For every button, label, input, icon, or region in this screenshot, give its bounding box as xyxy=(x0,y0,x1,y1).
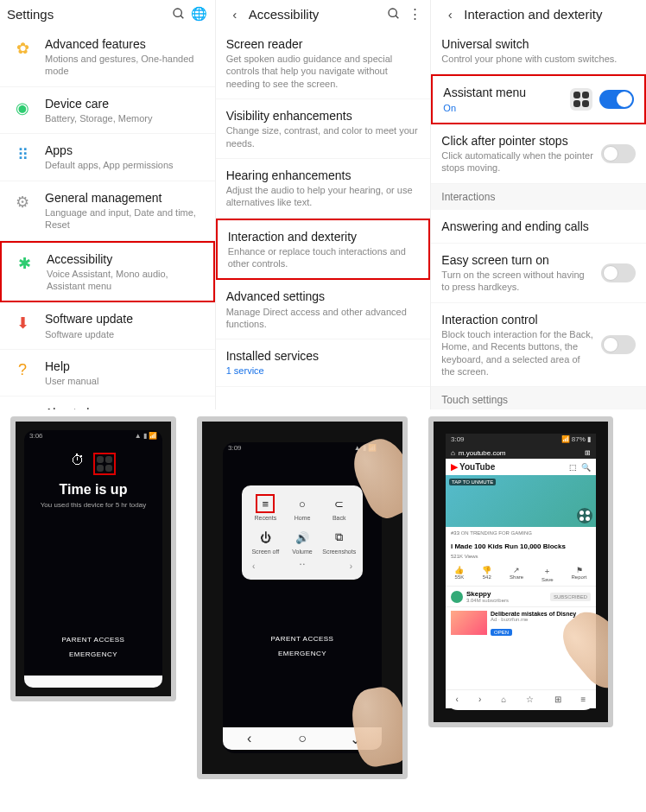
youtube-logo-icon[interactable]: ▶ xyxy=(451,461,458,473)
settings-row-general[interactable]: ⚙ General management Language and input,… xyxy=(0,181,215,241)
video-player[interactable]: TAP TO UNMUTE xyxy=(446,475,596,527)
accessibility-row[interactable]: Screen reader Get spoken audio guidance … xyxy=(216,28,431,99)
assist-icon: ⏻ xyxy=(256,528,275,547)
back-icon[interactable]: ‹ xyxy=(226,5,244,22)
accessibility-row[interactable]: Visibility enhancements Change size, con… xyxy=(216,99,431,159)
svg-line-3 xyxy=(396,16,398,18)
browser-fwd-icon[interactable]: › xyxy=(478,695,481,704)
parent-access-button[interactable]: PARENT ACCESS xyxy=(223,631,382,646)
assist-recents[interactable]: ≡Recents xyxy=(247,491,284,524)
open-button[interactable]: OPEN xyxy=(491,629,512,636)
back-icon[interactable]: ‹ xyxy=(441,5,459,22)
settings-row-advanced[interactable]: ✿ Advanced features Motions and gestures… xyxy=(0,28,215,87)
assist-next-icon[interactable]: › xyxy=(350,561,352,571)
interaction-row[interactable]: Click after pointer stops Click automati… xyxy=(431,124,646,184)
browser-home-icon[interactable]: ⌂ xyxy=(501,695,506,704)
row-label: Answering and ending calls xyxy=(441,219,636,234)
interaction-row[interactable]: Answering and ending calls xyxy=(431,210,646,244)
settings-row-accessibility[interactable]: ✱ Accessibility Voice Assistant, Mono au… xyxy=(0,241,215,303)
nav-recents-icon[interactable]: ‹ xyxy=(240,733,259,745)
accessibility-row[interactable]: Interaction and dexterity Enhance or rep… xyxy=(216,219,431,281)
toggle-switch[interactable] xyxy=(601,335,636,354)
assist-back[interactable]: ⊂Back xyxy=(320,491,358,524)
apps-icon: ⠿ xyxy=(10,143,35,167)
status-time: 3:06 xyxy=(29,432,43,442)
row-desc: Software update xyxy=(45,328,205,340)
assistant-menu-floating-button[interactable] xyxy=(577,508,592,523)
row-label: General management xyxy=(45,190,205,206)
yt-action-542[interactable]: 👎542 xyxy=(482,566,491,582)
settings-row-apps[interactable]: ⠿ Apps Default apps, App permissions xyxy=(0,134,215,181)
cast-icon[interactable]: ⬚ xyxy=(569,463,577,472)
svg-point-0 xyxy=(174,9,181,16)
row-label: Easy screen turn on xyxy=(441,252,594,268)
row-desc: Click automatically when the pointer sto… xyxy=(441,149,594,174)
search-icon[interactable] xyxy=(170,5,187,22)
search-icon[interactable] xyxy=(385,5,402,22)
assist-screen-off[interactable]: ⏻Screen off xyxy=(247,524,284,558)
interaction-row[interactable]: Interaction control Block touch interact… xyxy=(431,303,646,387)
assist-home[interactable]: ○Home xyxy=(284,491,321,524)
browser-back-icon[interactable]: ‹ xyxy=(456,695,459,704)
nav-home-icon[interactable]: ○ xyxy=(293,733,312,745)
row-desc: Turn on the screen without having to pre… xyxy=(441,269,594,294)
row-label: Click after pointer stops xyxy=(441,133,594,149)
yt-action-report[interactable]: ⚑Report xyxy=(572,566,587,582)
browser-url-bar[interactable]: ⌂ m.youtube.com ⊞ xyxy=(446,447,596,459)
emergency-button[interactable]: EMERGENCY xyxy=(24,647,162,662)
browser-tabs-icon[interactable]: ⊞ xyxy=(554,695,561,704)
emergency-button[interactable]: EMERGENCY xyxy=(223,646,382,661)
software-update-icon: ⬇ xyxy=(10,311,35,335)
interaction-row[interactable]: Assistant menu On xyxy=(431,74,646,124)
assistant-menu-floating-button[interactable] xyxy=(93,453,116,475)
settings-row-device-care[interactable]: ◉ Device care Battery, Storage, Memory xyxy=(0,87,215,134)
status-time: 3:09 xyxy=(228,444,242,454)
assistant-menu-icon xyxy=(570,88,592,111)
settings-row-software-update[interactable]: ⬇ Software update Software update xyxy=(0,302,215,349)
row-desc: Change size, contrast, and color to meet… xyxy=(226,124,421,149)
advanced-icon: ✿ xyxy=(10,36,35,60)
assist-volume[interactable]: 🔊Volume xyxy=(284,524,321,558)
settings-row-about[interactable]: ⓘ About phone Status, Legal information,… xyxy=(0,396,215,409)
assist-label: Volume xyxy=(284,549,321,555)
assist-prev-icon[interactable]: ‹ xyxy=(252,561,255,571)
search-icon[interactable]: 🔍 xyxy=(581,463,591,472)
accessibility-row[interactable]: Advanced settings Manage Direct access a… xyxy=(216,280,431,339)
unmute-badge[interactable]: TAP TO UNMUTE xyxy=(449,479,496,485)
accessibility-row[interactable]: Hearing enhancements Adjust the audio to… xyxy=(216,159,431,219)
assist-screenshots[interactable]: ⧉Screenshots xyxy=(320,524,358,558)
accessibility-icon: ✱ xyxy=(12,251,36,276)
tabs-icon[interactable]: ⊞ xyxy=(585,449,591,457)
channel-name[interactable]: Skeppy xyxy=(466,590,550,598)
browser-bookmark-icon[interactable]: ☆ xyxy=(526,695,534,704)
parent-access-button[interactable]: PARENT ACCESS xyxy=(24,632,162,647)
timeup-subtitle: You used this device for 5 hr today xyxy=(24,501,162,509)
row-label: Apps xyxy=(45,143,205,158)
yt-action-55k[interactable]: 👍55K xyxy=(454,566,464,582)
yt-action-share[interactable]: ↗Share xyxy=(510,566,523,582)
next-video-thumb[interactable] xyxy=(451,611,487,635)
subscribed-button[interactable]: SUBSCRIBED xyxy=(550,593,591,601)
browser-menu-icon[interactable]: ≡ xyxy=(581,695,586,704)
general-icon: ⚙ xyxy=(10,190,35,214)
toggle-switch[interactable] xyxy=(599,90,634,109)
interaction-row[interactable]: Universal switch Control your phone with… xyxy=(431,28,646,74)
assist-label: Recents xyxy=(247,515,284,521)
interaction-panel: ‹ Interaction and dexterity Universal sw… xyxy=(431,0,646,409)
row-desc: Motions and gestures, One-handed mode xyxy=(45,53,205,78)
toggle-switch[interactable] xyxy=(601,263,636,282)
row-label: Advanced settings xyxy=(226,289,421,304)
interaction-row[interactable]: Easy screen turn on Turn on the screen w… xyxy=(431,244,646,303)
toggle-switch[interactable] xyxy=(601,144,636,163)
more-icon[interactable]: ⋮ xyxy=(406,5,423,22)
section-interactions: Interactions xyxy=(431,184,646,210)
row-desc: Battery, Storage, Memory xyxy=(45,112,205,124)
settings-row-help[interactable]: ? Help User manual xyxy=(0,350,215,396)
assist-icon: ≡ xyxy=(256,494,275,513)
globe-icon[interactable]: 🌐 xyxy=(191,5,208,22)
assistant-menu-panel: ≡Recents○Home⊂Back ⏻Screen off🔊Volume⧉Sc… xyxy=(242,485,363,580)
accessibility-row[interactable]: Installed services 1 service xyxy=(216,339,431,386)
yt-action-save[interactable]: ＋Save xyxy=(542,566,554,582)
channel-avatar[interactable] xyxy=(451,591,463,603)
row-label: Advanced features xyxy=(45,36,205,52)
